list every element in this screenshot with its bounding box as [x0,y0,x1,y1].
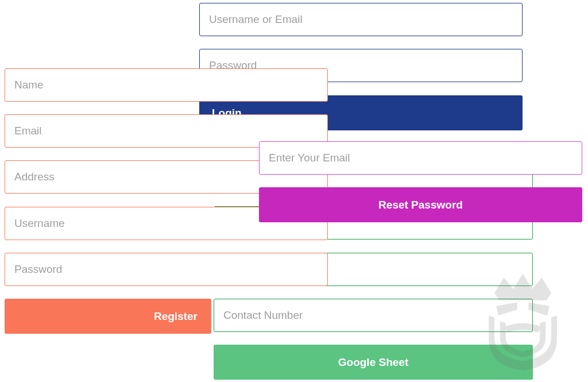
placeholder-text: Enter Your Email [269,152,350,164]
watermark-logo-icon [475,267,570,376]
button-label: Google Sheet [338,356,408,369]
placeholder-text: Name [14,79,44,91]
button-label: Register [154,310,198,323]
register-button[interactable]: Register [5,299,211,334]
placeholder-text: Email [14,125,42,137]
placeholder-text: Username or Email [209,13,303,26]
placeholder-text: Username [14,217,65,230]
placeholder-text: Address [14,171,55,183]
register-name-input[interactable]: Name [5,68,328,102]
canvas: Username or Email Password Login First N… [0,0,588,382]
reset-email-input[interactable]: Enter Your Email [259,141,582,175]
button-label: Reset Password [378,199,463,211]
reset-password-button[interactable]: Reset Password [259,187,582,222]
placeholder-text: Contact Number [223,309,303,322]
register-password-input[interactable]: Password [5,253,328,286]
placeholder-text: Password [14,263,62,276]
login-username-input[interactable]: Username or Email [199,3,523,36]
